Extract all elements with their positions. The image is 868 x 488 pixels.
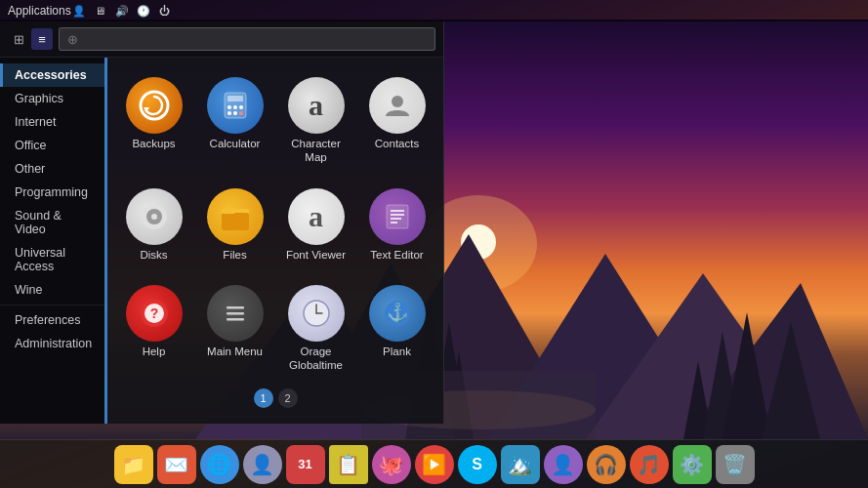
svg-point-24 [239, 105, 243, 109]
app-backups[interactable]: Backups [117, 69, 190, 173]
sidebar-item-sound-video[interactable]: Sound & Video [0, 204, 104, 241]
mainmenu-label: Main Menu [207, 346, 263, 359]
svg-point-27 [239, 111, 243, 115]
taskbar: 📁 ✉️ 🌐 👤 31 📋 🐙 ▶️ S 🏔️ 👤 🎧 🎵 ⚙️ 🗑️ [0, 439, 868, 488]
app-font-viewer[interactable]: a Font Viewer [279, 181, 352, 270]
sidebar-item-programming[interactable]: Programming [0, 181, 104, 204]
sidebar-item-administration[interactable]: Administration [0, 332, 104, 355]
disks-label: Disks [140, 249, 167, 263]
notes-dock-icon[interactable]: 📋 [329, 445, 368, 484]
headphones-dock-icon[interactable]: 🎧 [587, 445, 626, 484]
svg-point-25 [227, 111, 231, 115]
plank-icon: ⚓ [369, 285, 426, 342]
svg-rect-45 [227, 318, 244, 321]
trash-dock-icon[interactable]: 🗑️ [716, 445, 755, 484]
orage-label: Orage Globaltime [283, 346, 349, 373]
sidebar-item-accessories[interactable]: Accessories [0, 63, 104, 87]
sidebar-divider [0, 305, 104, 305]
view-toggle: ⊞ ≡ [8, 28, 53, 50]
music-dock-icon[interactable]: 🎵 [630, 445, 669, 484]
mail-dock-icon[interactable]: ✉️ [157, 445, 196, 484]
app-orage[interactable]: Orage Globaltime [279, 277, 352, 381]
skype-dock-icon[interactable]: S [458, 445, 497, 484]
svg-point-22 [227, 105, 231, 109]
sidebar: Accessories Graphics Internet Office Oth… [0, 58, 107, 424]
mainmenu-icon [207, 285, 264, 342]
help-label: Help [143, 346, 166, 359]
svg-rect-44 [227, 312, 244, 315]
texteditor-icon [369, 188, 426, 245]
files-icon [207, 188, 264, 245]
backups-icon [126, 77, 183, 134]
fontviewer-icon: a [288, 188, 345, 245]
sidebar-item-graphics[interactable]: Graphics [0, 87, 104, 110]
calculator-label: Calculator [210, 138, 261, 151]
help-icon: ? [126, 285, 183, 342]
browser-dock-icon[interactable]: 🌐 [200, 445, 239, 484]
search-input[interactable] [59, 27, 435, 51]
svg-point-28 [392, 96, 403, 107]
app-files[interactable]: Files [198, 181, 271, 270]
pagination: 1 2 [117, 381, 434, 412]
volume-icon[interactable]: 🔊 [114, 3, 130, 19]
app-disks[interactable]: Disks [117, 181, 190, 270]
svg-text:⚓: ⚓ [387, 302, 409, 323]
charmap-icon: a [288, 77, 345, 134]
launcher-header: ⊞ ≡ [0, 21, 443, 58]
app-launcher: ⊞ ≡ Accessories Graphics Internet Office… [0, 21, 444, 424]
sidebar-item-wine[interactable]: Wine [0, 278, 104, 302]
svg-rect-35 [387, 205, 408, 228]
clock-icon[interactable]: 🕐 [136, 3, 151, 19]
contacts-icon [369, 77, 426, 134]
disks-icon [126, 188, 183, 245]
media-dock-icon[interactable]: ▶️ [415, 445, 454, 484]
contacts-dock-icon[interactable]: 👤 [243, 445, 282, 484]
svg-rect-34 [222, 209, 235, 214]
user-icon[interactable]: 👤 [71, 3, 87, 19]
apps-grid: Backups Calculator a Character Map [117, 69, 434, 381]
settings-dock-icon[interactable]: ⚙️ [673, 445, 712, 484]
launcher-body: Accessories Graphics Internet Office Oth… [0, 58, 443, 424]
power-icon[interactable]: ⏻ [157, 3, 173, 19]
svg-rect-21 [227, 96, 243, 102]
app-main-menu[interactable]: Main Menu [198, 277, 271, 381]
svg-rect-43 [227, 306, 244, 309]
app-plank[interactable]: ⚓ Plank [360, 277, 434, 381]
contacts-label: Contacts [375, 138, 419, 151]
sidebar-item-internet[interactable]: Internet [0, 110, 104, 134]
calendar-dock-icon[interactable]: 31 [286, 445, 325, 484]
topbar-title: Applications [8, 4, 71, 18]
user2-dock-icon[interactable]: 👤 [544, 445, 583, 484]
svg-point-26 [233, 111, 237, 115]
app-character-map[interactable]: a Character Map [279, 69, 352, 173]
topbar: Applications 👤 🖥 🔊 🕐 ⏻ [0, 0, 868, 21]
backups-label: Backups [132, 138, 175, 151]
svg-point-23 [233, 105, 237, 109]
svg-rect-33 [222, 213, 249, 230]
clipboard-dock-icon[interactable]: 🐙 [372, 445, 411, 484]
fontviewer-label: Font Viewer [286, 249, 346, 263]
orage-icon [288, 285, 345, 342]
topbar-icons: 👤 🖥 🔊 🕐 ⏻ [71, 3, 173, 19]
charmap-label: Character Map [283, 138, 349, 165]
list-view-button[interactable]: ≡ [31, 28, 53, 50]
sidebar-item-preferences[interactable]: Preferences [0, 308, 104, 332]
svg-text:?: ? [149, 305, 158, 321]
files-label: Files [223, 249, 246, 263]
photos-dock-icon[interactable]: 🏔️ [501, 445, 540, 484]
files-dock-icon[interactable]: 📁 [114, 445, 153, 484]
sidebar-item-universal-access[interactable]: Universal Access [0, 241, 104, 278]
app-calculator[interactable]: Calculator [198, 69, 271, 173]
texteditor-label: Text Editor [370, 249, 423, 263]
display-icon[interactable]: 🖥 [93, 3, 108, 19]
sidebar-item-other[interactable]: Other [0, 157, 104, 181]
page-2-button[interactable]: 2 [278, 388, 298, 408]
app-help[interactable]: ? Help [117, 277, 190, 381]
sidebar-item-office[interactable]: Office [0, 134, 104, 157]
apps-area: Backups Calculator a Character Map [107, 58, 443, 424]
app-text-editor[interactable]: Text Editor [360, 181, 434, 270]
svg-point-31 [151, 214, 157, 220]
app-contacts[interactable]: Contacts [360, 69, 434, 173]
grid-view-button[interactable]: ⊞ [8, 28, 29, 50]
page-1-button[interactable]: 1 [254, 388, 273, 408]
